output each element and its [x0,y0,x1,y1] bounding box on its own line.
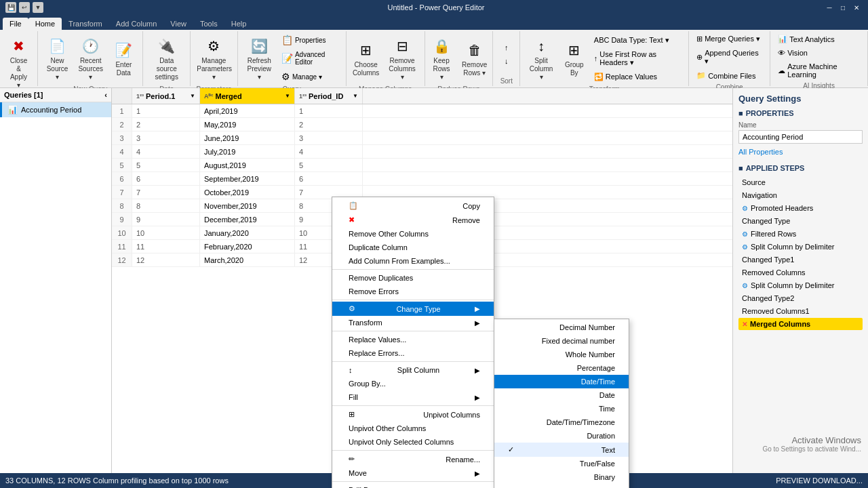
col-header-num[interactable] [112,88,132,104]
vision-button[interactable]: 👁 Vision [774,47,863,59]
submenu-date[interactable]: Date [494,388,629,402]
query-name-input[interactable] [738,130,863,144]
menu-item-remove[interactable]: ✖ Remove [332,213,494,227]
maximize-button[interactable]: □ [837,2,849,13]
split-column-button[interactable]: ↕ SplitColumn ▾ [524,33,557,84]
recent-sources-button[interactable]: 🕐 RecentSources ▾ [74,33,107,84]
close-apply-button[interactable]: ✖ Close &Apply ▾ [3,33,33,92]
submenu-fixed-decimal[interactable]: Fixed decimal number [494,334,629,348]
submenu-duration[interactable]: Duration [494,429,629,443]
submenu-time[interactable]: Time [494,402,629,415]
undo-icon[interactable]: ↩ [19,2,30,13]
menu-item-remove-errors[interactable]: Remove Errors [332,285,494,298]
menu-item-copy[interactable]: 📋 Copy [332,199,494,213]
col-header-period-id[interactable]: 1²³ Period_ID ▼ [295,88,363,104]
all-properties-link[interactable]: All Properties [738,148,783,156]
step-navigation[interactable]: Navigation [738,189,863,201]
step-changed-type2[interactable]: Changed Type2 [738,292,863,304]
data-source-settings-button[interactable]: 🔌 Data sourcesettings [147,33,186,84]
tab-file[interactable]: File [3,18,28,30]
combine-files-button[interactable]: 📁 Combine Files [693,69,766,82]
col-header-period1[interactable]: 1²³ Period.1 ▼ [132,88,200,104]
tab-add-column[interactable]: Add Column [109,18,164,30]
period-id-dropdown-icon[interactable]: ▼ [353,93,358,99]
step-filtered-rows[interactable]: ⚙Filtered Rows [738,228,863,240]
submenu-whole-number[interactable]: Whole Number [494,348,629,361]
tab-view[interactable]: View [163,18,193,30]
col-header-merged[interactable]: Aᴮᶜ Merged ▼ [200,88,295,104]
menu-item-move[interactable]: Move ▶ [332,466,494,480]
window-controls[interactable]: ─ □ ✕ [823,2,863,13]
step-removed-columns1[interactable]: Removed Columns1 [738,305,863,317]
choose-columns-button[interactable]: ⊞ ChooseColumns [350,37,382,80]
step-promoted-headers[interactable]: ⚙Promoted Headers [738,202,863,214]
submenu-percentage[interactable]: Percentage [494,361,629,375]
collapse-icon[interactable]: ‹ [104,91,107,99]
merge-queries-button[interactable]: ⊞ Merge Queries ▾ [693,33,766,45]
azure-ml-button[interactable]: ☁ Azure Machine Learning [774,60,863,81]
submenu-text[interactable]: ✓ Text [494,443,629,457]
menu-item-rename[interactable]: ✏ Rename... [332,452,494,466]
remove-columns-button[interactable]: ⊟ RemoveColumns ▾ [384,33,421,84]
menu-item-remove-other-columns[interactable]: Remove Other Columns [332,227,494,241]
menu-item-fill[interactable]: Fill ▶ [332,390,494,404]
steps-collapse-icon[interactable]: ■ [738,164,743,172]
menu-item-replace-errors[interactable]: Replace Errors... [332,346,494,360]
query-item-accounting-period[interactable]: 📊 Accounting Period [0,102,111,117]
submenu-datetime-timezone[interactable]: Date/Time/Timezone [494,415,629,429]
append-queries-button[interactable]: ⊕ Append Queries ▾ [693,47,766,68]
remove-rows-button[interactable]: 🗑 RemoveRows ▾ [458,37,491,80]
period1-dropdown-icon[interactable]: ▼ [190,93,195,99]
sort-asc-button[interactable]: ↑ [501,41,512,54]
menu-item-transform[interactable]: Transform ▶ [332,316,494,329]
manage-button[interactable]: ⚙ Manage ▾ [278,69,342,84]
properties-collapse-icon[interactable]: ■ [738,109,743,117]
sort-desc-button[interactable]: ↓ [501,55,512,67]
submenu-true-false[interactable]: True/False [494,457,629,470]
group-by-button[interactable]: ⊞ GroupBy [559,37,589,80]
menu-item-split-column[interactable]: ↕ Split Column ▶ [332,363,494,377]
tab-home[interactable]: Home [28,18,62,30]
step-split-by-delimiter[interactable]: ⚙Split Column by Delimiter [738,241,863,253]
menu-item-change-type[interactable]: ⚙ Change Type ▶ [332,302,494,316]
data-type-button[interactable]: ABC Data Type: Text ▾ [591,34,684,47]
merged-dropdown-icon[interactable]: ▼ [285,93,290,99]
step-merged-columns[interactable]: ✕ Merged Columns [738,318,863,330]
step-removed-columns[interactable]: Removed Columns [738,266,863,279]
menu-item-group-by[interactable]: Group By... [332,377,494,390]
tab-transform[interactable]: Transform [62,18,109,30]
menu-item-drill-down[interactable]: Drill Down [332,483,494,488]
close-button[interactable]: ✕ [850,2,863,13]
replace-values-button[interactable]: 🔁 Replace Values [591,70,684,83]
keep-rows-button[interactable]: 🔒 KeepRows ▾ [427,33,456,84]
title-bar-icons[interactable]: 💾 ↩ ▼ [5,2,43,13]
step-changed-type[interactable]: Changed Type [738,215,863,227]
submenu-using-locale[interactable]: Using Locale... [494,484,629,488]
submenu-binary[interactable]: Binary [494,470,629,484]
manage-parameters-button[interactable]: ⚙ ManageParameters ▾ [193,33,235,84]
menu-item-unpivot-columns[interactable]: ⊞ Unpivot Columns [332,407,494,422]
step-changed-type1[interactable]: Changed Type1 [738,253,863,266]
menu-item-replace-values[interactable]: Replace Values... [332,333,494,346]
properties-button[interactable]: 📋 Properties [278,33,342,47]
menu-item-remove-duplicates[interactable]: Remove Duplicates [332,271,494,285]
enter-data-button[interactable]: 📝 EnterData [108,37,138,80]
dropdown-icon[interactable]: ▼ [33,2,43,13]
tab-help[interactable]: Help [224,18,254,30]
refresh-preview-button[interactable]: 🔄 RefreshPreview ▾ [242,33,277,84]
menu-item-unpivot-only-selected[interactable]: Unpivot Only Selected Columns [332,435,494,449]
text-analytics-button[interactable]: 📊 Text Analytics [774,33,863,45]
submenu-datetime[interactable]: Date/Time [494,375,629,388]
save-icon[interactable]: 💾 [5,2,16,13]
menu-item-duplicate-column[interactable]: Duplicate Column [332,241,494,254]
menu-item-unpivot-other-columns[interactable]: Unpivot Other Columns [332,422,494,435]
minimize-button[interactable]: ─ [823,2,835,13]
new-source-button[interactable]: 📄 NewSource ▾ [42,33,73,84]
step-source[interactable]: Source [738,176,863,188]
merged-columns-x-icon[interactable]: ✕ [742,321,747,328]
advanced-editor-button[interactable]: 📝 Advanced Editor [278,49,342,68]
use-first-row-button[interactable]: ↑ Use First Row as Headers ▾ [591,48,684,69]
step-split-by-delimiter2[interactable]: ⚙Split Column by Delimiter [738,279,863,291]
tab-tools[interactable]: Tools [193,18,224,30]
menu-item-add-column-from-examples[interactable]: Add Column From Examples... [332,254,494,268]
